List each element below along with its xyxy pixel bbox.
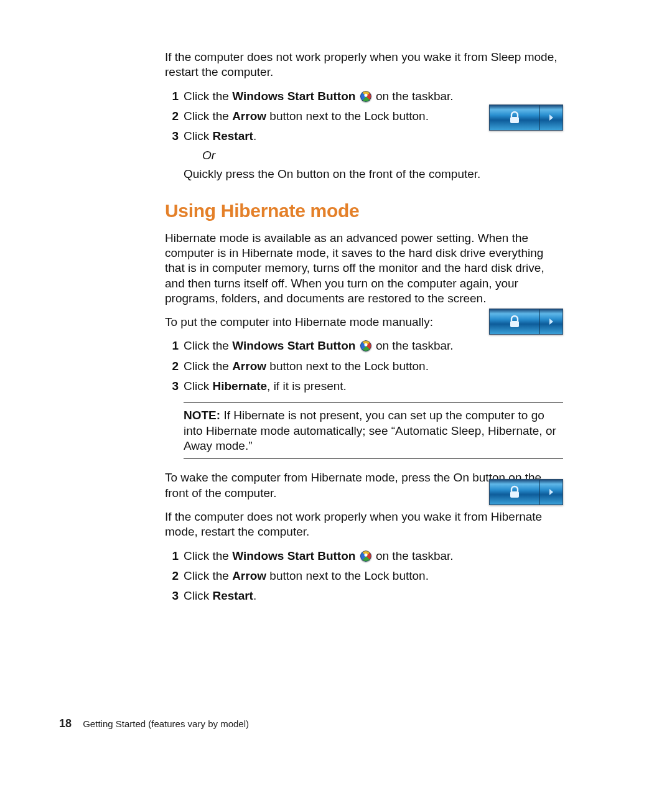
hibernate-restart-steps: 1 Click the Windows Start Button on the …	[165, 549, 563, 604]
step-a-3: 3 Click Restart. Or Quickly press the On…	[165, 129, 563, 182]
windows-start-orb-icon	[360, 91, 371, 102]
step-text-pre: Click the	[184, 360, 232, 373]
chevron-right-icon	[547, 488, 556, 496]
step-text-post: button next to the Lock button.	[266, 360, 429, 373]
arrow-button	[539, 309, 562, 334]
step-text-bold: Restart	[212, 589, 253, 602]
step-text-post: on the taskbar.	[373, 90, 454, 103]
or-text: Or	[202, 148, 563, 163]
svg-rect-1	[510, 321, 519, 327]
svg-rect-2	[510, 491, 519, 498]
step-h-3: 3 Click Hibernate, if it is present.	[165, 379, 563, 394]
step-number: 2	[165, 359, 179, 374]
step-hr-3: 3 Click Restart.	[165, 588, 563, 603]
hibernate-steps: 1 Click the Windows Start Button on the …	[165, 338, 563, 394]
hibernate-restart-intro: If the computer does not work properly w…	[165, 509, 563, 540]
arrow-button	[539, 480, 562, 504]
step-text-post: button next to the Lock button.	[266, 569, 429, 582]
alt-text: Quickly press the On button on the front…	[184, 167, 563, 182]
step-text-post: , if it is present.	[267, 379, 347, 393]
step-h-2: 2 Click the Arrow button next to the Loc…	[165, 359, 563, 374]
sleep-restart-intro: If the computer does not work properly w…	[165, 50, 563, 80]
step-text-bold: Windows Start Button	[232, 90, 355, 103]
step-text-pre: Click the	[184, 339, 232, 352]
step-h-1: 1 Click the Windows Start Button on the …	[165, 338, 563, 353]
restart-steps-a: 1 Click the Windows Start Button on the …	[165, 89, 563, 182]
step-number: 1	[165, 89, 179, 104]
step-number: 3	[165, 379, 179, 394]
step-text-bold: Arrow	[232, 569, 266, 582]
note-label: NOTE:	[184, 409, 220, 422]
lock-button	[490, 309, 539, 334]
step-text-bold: Arrow	[232, 360, 266, 373]
lock-button	[490, 480, 539, 504]
note-body: If Hibernate is not present, you can set…	[184, 409, 556, 452]
step-text-post: on the taskbar.	[373, 549, 454, 562]
step-text-bold: Windows Start Button	[232, 549, 355, 562]
step-a-2: 2 Click the Arrow button next to the Loc…	[165, 109, 563, 124]
step-text-pre: Click the	[184, 569, 232, 582]
step-number: 2	[165, 109, 179, 124]
step-hr-2: 2 Click the Arrow button next to the Loc…	[165, 569, 563, 583]
lock-arrow-figure-2	[489, 309, 563, 335]
step-text-bold: Windows Start Button	[232, 339, 355, 352]
step-text-post: button next to the Lock button.	[266, 109, 429, 123]
step-text-pre: Click the	[184, 109, 232, 123]
step-text-post: .	[253, 129, 256, 142]
step-number: 3	[165, 588, 179, 603]
chevron-right-icon	[547, 317, 556, 326]
step-text-pre: Click	[184, 379, 212, 393]
step-text-pre: Click	[184, 589, 212, 602]
page-number: 18	[59, 717, 72, 730]
step-number: 1	[165, 338, 179, 353]
section-heading-hibernate: Using Hibernate mode	[165, 199, 563, 223]
page-footer: 18 Getting Started (features vary by mod…	[59, 717, 249, 731]
step-text-post: on the taskbar.	[373, 339, 454, 352]
step-number: 2	[165, 569, 179, 583]
hibernate-desc: Hibernate mode is available as an advanc…	[165, 231, 563, 307]
step-text-bold: Arrow	[232, 109, 266, 123]
lock-icon	[508, 485, 521, 499]
step-number: 3	[165, 129, 179, 144]
step-text-bold: Hibernate	[212, 379, 267, 393]
step-text-pre: Click the	[184, 549, 232, 562]
step-a-1: 1 Click the Windows Start Button on the …	[165, 89, 563, 104]
step-text-post: .	[253, 589, 256, 602]
note-box: NOTE: If Hibernate is not present, you c…	[184, 402, 563, 459]
step-text-pre: Click	[184, 129, 212, 142]
windows-start-orb-icon	[360, 551, 371, 562]
step-hr-1: 1 Click the Windows Start Button on the …	[165, 549, 563, 564]
lock-icon	[508, 315, 521, 328]
lock-arrow-figure-3	[489, 479, 563, 505]
footer-text: Getting Started (features vary by model)	[83, 718, 249, 729]
step-text-bold: Restart	[212, 129, 253, 142]
step-number: 1	[165, 549, 179, 564]
windows-start-orb-icon	[360, 340, 371, 351]
step-text-pre: Click the	[184, 90, 232, 103]
